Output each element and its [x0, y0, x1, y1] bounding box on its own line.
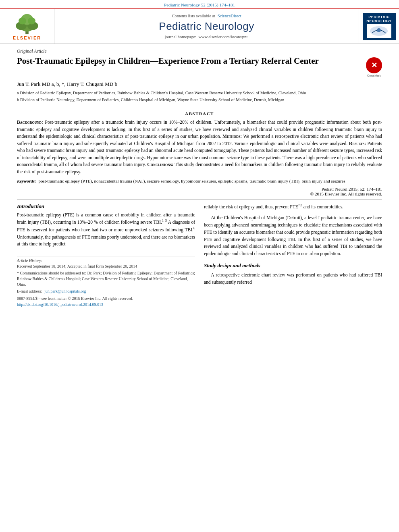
separator-2 — [17, 200, 382, 200]
homepage-line: journal homepage: www.elsevier.com/locat… — [164, 35, 248, 39]
results-label: Results: — [349, 141, 366, 146]
article-title-row: Post-Traumatic Epilepsy in Children—Expe… — [17, 56, 382, 77]
introduction-heading: Introduction — [17, 203, 195, 210]
elsevier-tree-icon — [11, 12, 43, 35]
conclusions-label: Conclusions: — [147, 162, 173, 167]
introduction-text: Post-traumatic epilepsy (PTE) is a commo… — [17, 212, 195, 248]
keywords-text: post-traumatic epilepsy (PTE), nonaccide… — [38, 179, 345, 183]
crossmark-circle-icon: ✕ — [366, 57, 382, 73]
methods-label: Methods: — [222, 134, 242, 139]
article-type: Original Article — [17, 49, 382, 54]
email-line: E-mail address: jun.park@uhhospitals.org — [17, 289, 195, 294]
footnote-area: Article History: Received September 18, … — [17, 256, 195, 307]
two-col-body: Introduction Post-traumatic epilepsy (PT… — [17, 203, 382, 307]
article-content: Original Article Post-Traumatic Epilepsy… — [0, 44, 399, 311]
homepage-url: www.elsevier.com/locate/pnu — [198, 35, 248, 39]
abstract-text: Background: Post-traumatic epilepsy afte… — [17, 119, 382, 175]
journal-logo-graphic-icon — [368, 25, 390, 37]
abstract-citation: Pediatr Neurol 2015; 52: 174–181 © 2015 … — [17, 187, 382, 196]
affiliation-2: b Division of Pediatric Neurology, Depar… — [17, 97, 382, 103]
abstract-heading: Abstract — [17, 111, 382, 116]
crossmark-label: CrossMark — [367, 74, 381, 77]
journal-name: Pediatric Neurology — [159, 20, 254, 33]
journal-logo-block: PEDIATRIC NEUROLOGY — [359, 9, 399, 44]
contents-line: Contents lists available at ScienceDirec… — [172, 14, 241, 18]
sciencedirect-link[interactable]: ScienceDirect — [218, 14, 241, 18]
left-column: Introduction Post-traumatic epilepsy (PT… — [17, 203, 195, 307]
study-methods-heading: Study design and methods — [204, 262, 382, 270]
citation-top: Pediatric Neurology 52 (2015) 174–181 — [164, 2, 235, 7]
journal-title-block: Contents lists available at ScienceDirec… — [54, 9, 359, 44]
communications-line: * Communications should be addressed to:… — [17, 270, 195, 287]
keywords-line: Keywords: post-traumatic epilepsy (PTE),… — [17, 178, 382, 184]
journal-logo-box: PEDIATRIC NEUROLOGY — [363, 13, 396, 40]
journal-header: ELSEVIER Contents lists available at Sci… — [0, 8, 399, 44]
issn-line: 0887-8994/$ – see front matter © 2015 El… — [17, 296, 195, 301]
article-title: Post-Traumatic Epilepsy in Children—Expe… — [17, 56, 361, 66]
svg-point-8 — [377, 28, 381, 32]
background-label: Background: — [17, 120, 43, 125]
svg-point-6 — [28, 17, 35, 24]
right-column: reliably the risk of epilepsy and, thus,… — [204, 203, 382, 307]
elsevier-label: ELSEVIER — [13, 35, 41, 40]
author-names: Jun T. Park MD a, b, *, Harry T. Chugani… — [17, 81, 117, 87]
doi-line: http://dx.doi.org/10.1016/j.pediatrneuro… — [17, 302, 195, 307]
svg-point-5 — [19, 17, 26, 24]
article-history-label: Article History: — [17, 258, 195, 263]
authors-block: Jun T. Park MD a, b, *, Harry T. Chugani… — [17, 81, 382, 87]
elsevier-logo-block: ELSEVIER — [0, 9, 54, 44]
email-label: E-mail address: — [17, 289, 42, 293]
keywords-label: Keywords: — [17, 179, 36, 183]
crossmark-widget: ✕ CrossMark — [366, 57, 382, 77]
received-line: Received September 18, 2014; Accepted in… — [17, 264, 195, 269]
email-link[interactable]: jun.park@uhhospitals.org — [44, 289, 86, 293]
abstract-section: Abstract Background: Post-traumatic epil… — [17, 111, 382, 196]
affiliation-1: a Division of Pediatric Epilepsy, Depart… — [17, 90, 382, 96]
top-bar: Pediatric Neurology 52 (2015) 174–181 — [0, 0, 399, 8]
separator-1 — [17, 107, 382, 107]
affiliations-block: a Division of Pediatric Epilepsy, Depart… — [17, 90, 382, 103]
doi-link[interactable]: http://dx.doi.org/10.1016/j.pediatrneuro… — [17, 302, 103, 307]
